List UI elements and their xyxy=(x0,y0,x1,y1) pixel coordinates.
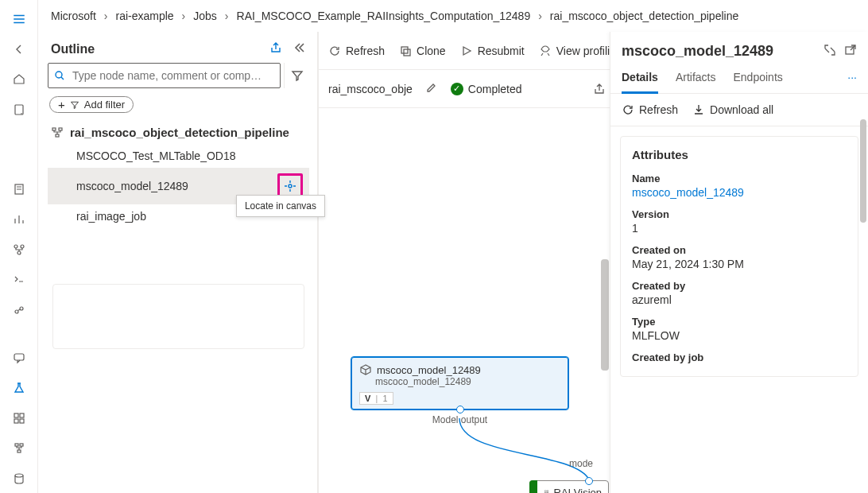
svg-point-20 xyxy=(289,184,292,188)
chat-icon[interactable] xyxy=(3,344,35,372)
outline-title: Outline xyxy=(51,42,95,56)
grid-icon xyxy=(544,486,549,493)
download-icon xyxy=(692,103,705,116)
svg-rect-27 xyxy=(547,491,548,492)
tab-artifacts[interactable]: Artifacts xyxy=(676,71,716,93)
breadcrumb-item[interactable]: RAI_MSCOCO_Example_RAIInsights_Computati… xyxy=(237,10,531,22)
tree-root[interactable]: rai_mscoco_object_detection_pipeline xyxy=(48,121,309,144)
attr-value-link[interactable]: mscoco_model_12489 xyxy=(632,186,847,199)
cube-icon xyxy=(359,363,372,376)
back-icon[interactable] xyxy=(3,35,35,64)
collapse-icon[interactable] xyxy=(293,41,306,56)
version-label: V xyxy=(365,394,370,403)
tab-endpoints[interactable]: Endpoints xyxy=(734,71,783,93)
version-number: 1 xyxy=(382,394,387,403)
output-port[interactable] xyxy=(456,406,464,413)
svg-rect-7 xyxy=(14,354,24,360)
details-panel: mscoco_model_12489 Details Artifacts End… xyxy=(610,32,868,493)
tree-item[interactable]: MSCOCO_Test_MLTable_OD18 xyxy=(48,144,309,168)
locate-tooltip: Locate in canvas xyxy=(236,195,325,217)
tree-item-label: mscoco_model_12489 xyxy=(76,180,188,192)
attr-label: Version xyxy=(632,208,847,220)
refresh-button[interactable]: Refresh xyxy=(622,103,678,116)
svg-rect-21 xyxy=(401,47,408,53)
pipeline-icon[interactable] xyxy=(3,235,35,264)
doc-icon[interactable] xyxy=(3,175,35,204)
add-filter-button[interactable]: + Add filter xyxy=(49,96,134,113)
svg-point-3 xyxy=(21,245,24,248)
attributes-card: Attributes Name mscoco_model_12489 Versi… xyxy=(620,136,858,377)
book-icon[interactable] xyxy=(3,95,35,124)
tree-item[interactable]: mscoco_model_12489 Locate in canvas xyxy=(48,168,309,204)
svg-rect-17 xyxy=(52,128,56,130)
download-all-button[interactable]: Download all xyxy=(692,103,773,116)
search-icon xyxy=(53,69,66,82)
tree-item-label: rai_image_job xyxy=(76,210,146,223)
breadcrumb-item[interactable]: rai_mscoco_object_detection_pipeline xyxy=(550,10,738,22)
hamburger-icon[interactable] xyxy=(3,5,35,33)
edit-icon[interactable] xyxy=(425,81,438,96)
breadcrumb: Microsoft› rai-example› Jobs› RAI_MSCOCO… xyxy=(38,0,868,32)
node-title-label: RAI Vision xyxy=(554,487,602,494)
breadcrumb-item[interactable]: Jobs xyxy=(193,10,217,22)
svg-rect-26 xyxy=(545,491,547,492)
flask-icon[interactable] xyxy=(3,374,35,402)
share-icon[interactable] xyxy=(269,41,282,56)
svg-rect-13 xyxy=(20,444,23,446)
search-field[interactable] xyxy=(72,69,275,82)
port-label: Model output xyxy=(432,414,487,425)
svg-point-4 xyxy=(17,251,21,254)
outline-panel: Outline + Add filter xyxy=(38,32,318,493)
svg-rect-10 xyxy=(14,419,18,423)
breadcrumb-item[interactable]: Microsoft xyxy=(51,10,96,22)
scrollbar[interactable] xyxy=(601,259,609,371)
filter-icon[interactable] xyxy=(284,63,309,88)
tab-details[interactable]: Details xyxy=(622,71,658,94)
pipeline-node[interactable]: RAI Vision rai_image_j V|0.0.16 xyxy=(529,480,609,493)
svg-point-15 xyxy=(15,474,23,477)
pipeline-icon xyxy=(51,126,64,139)
search-input[interactable] xyxy=(48,63,281,88)
play-icon xyxy=(460,45,473,57)
filter-icon xyxy=(70,100,79,110)
popout-icon[interactable] xyxy=(844,44,857,59)
more-icon[interactable]: ··· xyxy=(847,71,857,93)
attr-value: MLFLOW xyxy=(632,329,847,342)
automl-icon[interactable] xyxy=(3,205,35,234)
svg-rect-8 xyxy=(14,413,18,417)
svg-rect-12 xyxy=(15,444,18,446)
svg-point-5 xyxy=(15,310,18,313)
share-icon xyxy=(593,83,606,95)
pipeline-node[interactable]: mscoco_model_12489 mscoco_model_12489 V|… xyxy=(351,356,569,410)
home-icon[interactable] xyxy=(3,65,35,94)
attributes-title: Attributes xyxy=(632,148,847,161)
attr-value: 1 xyxy=(632,222,847,235)
clone-icon xyxy=(399,45,412,57)
nav-rail xyxy=(0,0,38,493)
attr-label: Created by xyxy=(632,280,847,292)
rocket-icon xyxy=(539,45,552,57)
svg-point-2 xyxy=(14,245,17,248)
model-icon[interactable] xyxy=(3,296,35,324)
attr-label: Type xyxy=(632,316,847,328)
svg-point-16 xyxy=(56,72,62,78)
status-badge: ✓Completed xyxy=(451,83,522,95)
flow-icon[interactable] xyxy=(3,434,35,463)
expand-icon[interactable] xyxy=(823,44,836,59)
input-port[interactable] xyxy=(585,477,593,485)
data-icon[interactable] xyxy=(3,464,35,493)
resubmit-button[interactable]: Resubmit xyxy=(460,45,525,57)
breadcrumb-item[interactable]: rai-example xyxy=(115,10,173,22)
svg-rect-19 xyxy=(56,134,59,137)
refresh-icon xyxy=(622,103,634,116)
clone-button[interactable]: Clone xyxy=(399,45,446,57)
attr-label: Name xyxy=(632,173,847,184)
status-indicator xyxy=(529,480,537,493)
refresh-button[interactable]: Refresh xyxy=(328,45,385,57)
svg-rect-9 xyxy=(20,413,24,417)
attr-label: Created on xyxy=(632,244,847,256)
terminal-icon[interactable] xyxy=(3,266,35,294)
add-filter-label: Add filter xyxy=(84,99,125,111)
scrollbar[interactable] xyxy=(860,119,866,223)
grid-icon[interactable] xyxy=(3,404,35,433)
